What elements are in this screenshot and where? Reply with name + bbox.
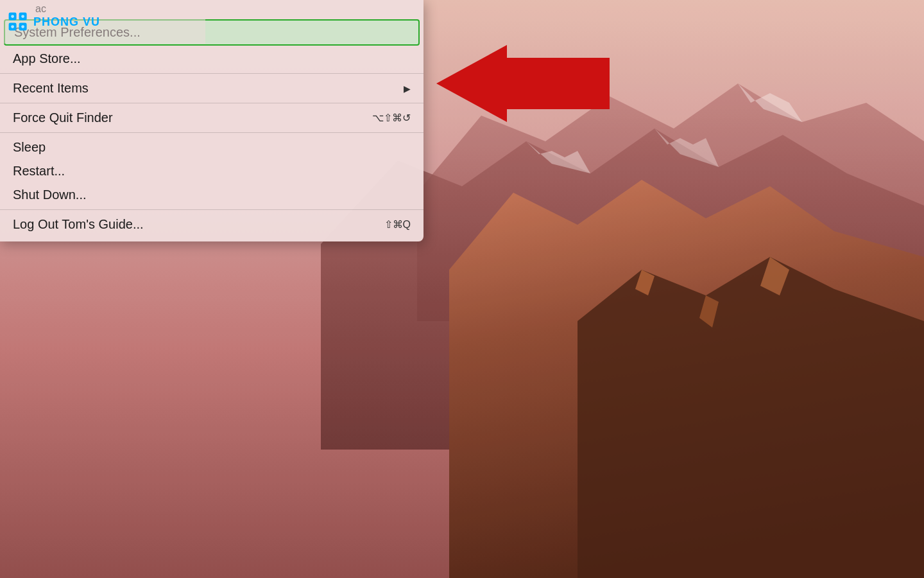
separator-2 (0, 103, 424, 103)
separator-4 (0, 209, 424, 210)
svg-point-19 (21, 25, 24, 28)
menu-item-log-out[interactable]: Log Out Tom's Guide... ⇧⌘Q (0, 213, 424, 236)
annotation-arrow (424, 39, 629, 144)
svg-marker-20 (436, 45, 610, 122)
menu-item-sleep[interactable]: Sleep (0, 136, 424, 159)
log-out-shortcut: ⇧⌘Q (384, 218, 411, 231)
force-quit-shortcut: ⌥⇧⌘↺ (372, 112, 411, 124)
svg-point-17 (21, 15, 24, 18)
menu-item-recent-items[interactable]: Recent Items ▶ (0, 76, 424, 100)
menu-item-label: Sleep (13, 140, 46, 155)
menu-item-label: Restart... (13, 164, 65, 179)
separator-3 (0, 132, 424, 133)
svg-point-16 (11, 15, 14, 18)
menu-item-label: Recent Items (13, 81, 89, 96)
phong-vu-logo-icon (8, 12, 28, 32)
svg-point-18 (11, 25, 14, 28)
watermark-overlay: PHONG VU (0, 0, 205, 44)
menu-item-restart[interactable]: Restart... (0, 159, 424, 183)
menu-item-shut-down[interactable]: Shut Down... (0, 183, 424, 207)
menu-item-label: Log Out Tom's Guide... (13, 217, 144, 232)
separator-1 (0, 73, 424, 74)
menu-item-force-quit[interactable]: Force Quit Finder ⌥⇧⌘↺ (0, 106, 424, 130)
menu-item-label: Shut Down... (13, 188, 87, 202)
menu-item-app-store[interactable]: App Store... (0, 47, 424, 71)
submenu-arrow-icon: ▶ (404, 83, 411, 94)
menu-item-label: App Store... (13, 51, 81, 66)
menu-item-label: Force Quit Finder (13, 110, 113, 125)
phong-vu-text: PHONG VU (33, 15, 100, 29)
